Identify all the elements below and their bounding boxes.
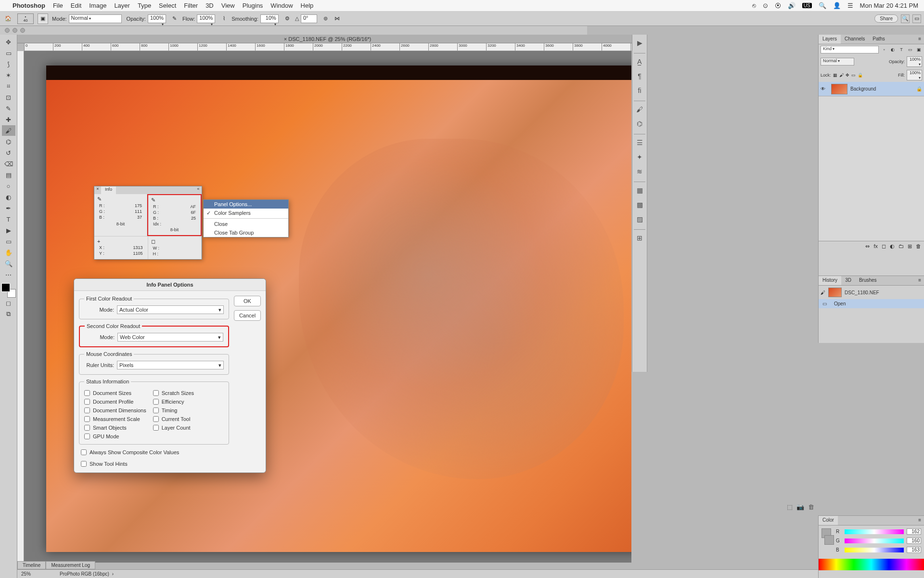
foreground-background-swatch[interactable] [1, 283, 16, 298]
menu-plugins[interactable]: Plugins [243, 2, 263, 9]
move-tool[interactable]: ✥ [2, 37, 15, 47]
first-mode-select[interactable]: Actual Color▾ [117, 305, 224, 314]
b-value[interactable]: 163 [907, 547, 921, 553]
filter-pixel-icon[interactable]: ▫ [881, 47, 887, 52]
chk-layer-count[interactable]: Layer Count [153, 425, 194, 431]
crop-tool[interactable]: ⌗ [2, 81, 15, 92]
brush-tool[interactable]: 🖌 [2, 125, 15, 136]
menu-image[interactable]: Image [89, 2, 106, 9]
brush-settings-toggle[interactable]: ▣ [38, 13, 48, 24]
filter-type-icon[interactable]: T [898, 47, 905, 52]
flyout-close-tab-group[interactable]: Close Tab Group [204, 228, 288, 237]
libraries-panel-icon[interactable]: ⊞ [633, 232, 646, 244]
flyout-close[interactable]: Close [204, 220, 288, 228]
color-spectrum[interactable] [819, 559, 924, 570]
share-button[interactable]: Share [874, 14, 898, 23]
gradients-panel-icon[interactable]: ▩ [633, 198, 646, 211]
tab-color[interactable]: Color [819, 516, 838, 525]
menu-help[interactable]: Help [301, 2, 314, 9]
app-name[interactable]: Photoshop [13, 2, 45, 9]
tab-brushes[interactable]: Brushes [855, 276, 881, 285]
history-brush-tool[interactable]: ↺ [2, 147, 15, 158]
blend-mode-select[interactable]: Normal [69, 14, 122, 23]
blend-mode-layers[interactable]: Normal [821, 58, 854, 66]
menu-view[interactable]: View [221, 2, 235, 9]
playback-icon[interactable]: ⊙ [763, 2, 768, 9]
g-slider[interactable] [845, 539, 904, 543]
spotlight-icon[interactable]: 🔍 [819, 2, 826, 9]
chk-efficiency[interactable]: Efficiency [153, 399, 194, 405]
edit-toolbar[interactable]: ⋯ [2, 269, 15, 280]
history-panel-menu[interactable]: ≡ [915, 276, 924, 285]
gradient-tool[interactable]: ▤ [2, 170, 15, 180]
control-center-icon[interactable]: ☰ [847, 2, 853, 9]
tab-layers[interactable]: Layers [819, 35, 841, 44]
lock-position-icon[interactable]: ✥ [846, 73, 849, 78]
layers-panel-menu[interactable]: ≡ [915, 35, 924, 44]
pressure-opacity-icon[interactable]: ✎ [171, 15, 179, 22]
clone-tool[interactable]: ⌬ [2, 136, 15, 147]
menu-3d[interactable]: 3D [205, 2, 214, 9]
tab-timeline[interactable]: Timeline [17, 561, 46, 569]
adjustment-layer-icon[interactable]: ◐ [890, 243, 895, 250]
ok-button[interactable]: OK [234, 296, 261, 306]
zoom-window-dot[interactable] [20, 28, 25, 33]
airbrush-icon[interactable]: ⌇ [220, 15, 228, 22]
screenmode-toggle[interactable]: ⧉ [2, 309, 15, 319]
menu-file[interactable]: File [53, 2, 63, 9]
tab-measurement-log[interactable]: Measurement Log [46, 561, 95, 569]
home-button[interactable]: 🏠 [3, 13, 13, 24]
close-window-dot[interactable] [5, 28, 10, 33]
lock-icon[interactable]: 🔒 [916, 86, 922, 92]
ruler-horizontal[interactable]: 0200400600800100012001400160018002000220… [24, 43, 631, 51]
info-collapse-icon[interactable]: « [195, 186, 202, 194]
blur-tool[interactable]: ○ [2, 181, 15, 191]
character-panel-icon[interactable]: A̲ [633, 55, 646, 68]
pressure-size-icon[interactable]: ⊚ [322, 15, 330, 22]
link-layers-icon[interactable]: ⇔ [865, 243, 870, 250]
flyout-color-samplers[interactable]: ✓Color Samplers [204, 209, 288, 217]
flow-input[interactable]: 100% [197, 14, 215, 23]
type-tool[interactable]: T [2, 214, 15, 224]
color-bg-swatch[interactable] [824, 535, 834, 545]
cancel-button[interactable]: Cancel [234, 310, 261, 321]
ruler-vertical[interactable] [17, 51, 24, 563]
chk-smart-objects[interactable]: Smart Objects [84, 425, 146, 431]
frame-tool[interactable]: ⊡ [2, 92, 15, 103]
g-value[interactable]: 160 [907, 538, 921, 544]
chk-show-tool-hints[interactable]: Show Tool Hints [79, 460, 229, 468]
delete-layer-icon[interactable]: 🗑 [916, 243, 921, 250]
menu-layer[interactable]: Layer [114, 2, 130, 9]
chk-current-tool[interactable]: Current Tool [153, 416, 194, 422]
quickmask-toggle[interactable]: ◻ [2, 298, 15, 308]
tab-history[interactable]: History [819, 276, 841, 285]
eraser-tool[interactable]: ⌫ [2, 158, 15, 169]
heal-tool[interactable]: ✚ [2, 114, 15, 125]
tab-channels[interactable]: Channels [841, 35, 869, 44]
history-step-open[interactable]: ▭ Open [819, 299, 924, 308]
eyedropper-1-icon[interactable]: ✎ [97, 196, 105, 202]
chk-document-sizes[interactable]: Document Sizes [84, 390, 146, 396]
chk-timing[interactable]: Timing [153, 407, 194, 413]
menu-type[interactable]: Type [138, 2, 151, 9]
shape-tool[interactable]: ▭ [2, 236, 15, 247]
quick-select-tool[interactable]: ✶ [2, 70, 15, 80]
b-slider[interactable] [845, 548, 904, 552]
new-doc-from-state-icon[interactable]: ⬚ [787, 503, 793, 511]
adjustments-panel-icon[interactable]: ☰ [633, 136, 646, 149]
swatches-panel-icon[interactable]: ▦ [633, 184, 646, 197]
mask-icon[interactable]: ◻ [882, 243, 886, 250]
opacity-input[interactable]: 100% [148, 14, 166, 23]
marquee-tool[interactable]: ▭ [2, 48, 15, 58]
info-tab[interactable]: Info [101, 186, 116, 194]
search-button[interactable]: 🔍 [901, 14, 910, 23]
layer-thumbnail[interactable] [831, 84, 847, 94]
zoom-level[interactable]: 25% [21, 571, 50, 577]
menu-filter[interactable]: Filter [184, 2, 198, 9]
smoothing-gear-icon[interactable]: ⚙ [283, 15, 291, 22]
chk-document-profile[interactable]: Document Profile [84, 399, 146, 405]
lasso-tool[interactable]: ⟆ [2, 59, 15, 69]
flyout-panel-options[interactable]: Panel Options... [204, 200, 288, 209]
layer-filter-kind[interactable]: Kind [821, 46, 879, 53]
channels-panel-icon[interactable]: ≋ [633, 165, 646, 178]
